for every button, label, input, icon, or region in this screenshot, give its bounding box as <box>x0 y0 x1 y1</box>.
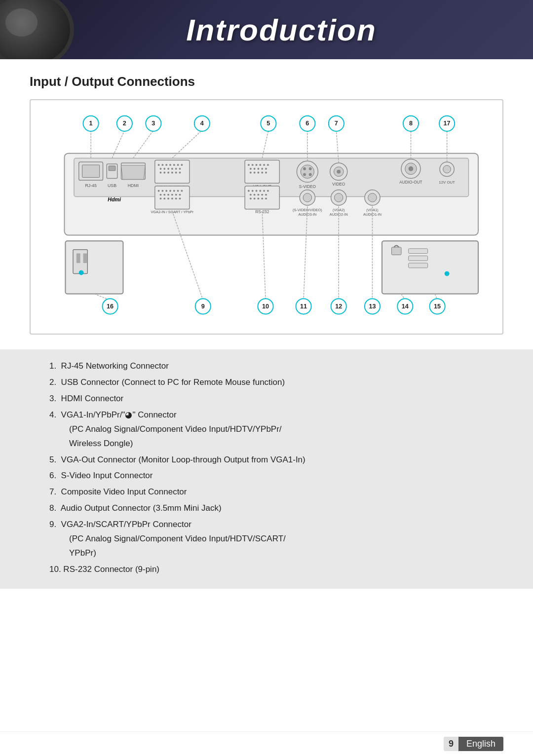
svg-rect-3 <box>82 165 100 177</box>
svg-text:14: 14 <box>402 303 409 310</box>
svg-point-106 <box>334 193 343 202</box>
page-footer: 9 English <box>0 731 533 756</box>
svg-text:S-VIDEO: S-VIDEO <box>299 185 316 189</box>
svg-point-62 <box>254 168 256 170</box>
svg-point-15 <box>165 164 167 166</box>
page-number: 9 <box>444 737 458 751</box>
svg-point-14 <box>161 164 163 166</box>
svg-point-34 <box>158 190 160 192</box>
svg-point-43 <box>167 194 169 196</box>
connector-2: 2. USB Connector (Connect to PC for Remo… <box>49 376 503 390</box>
svg-point-37 <box>169 190 171 192</box>
svg-point-52 <box>179 197 181 199</box>
svg-point-39 <box>177 190 179 192</box>
connector-7: 7. Composite Video Input Connector <box>49 485 503 499</box>
svg-point-58 <box>259 164 261 166</box>
svg-text:17: 17 <box>444 120 451 127</box>
svg-text:15: 15 <box>434 303 441 310</box>
svg-point-31 <box>179 172 181 174</box>
connectors-list: 1. RJ-45 Networking Connector 2. USB Con… <box>0 349 533 588</box>
connector-6: 6. S-Video Input Connector <box>49 469 503 483</box>
svg-text:11: 11 <box>300 303 307 310</box>
page-header: Introduction <box>0 0 533 59</box>
connector-1: 1. RJ-45 Networking Connector <box>49 359 503 374</box>
connector-8: 8. Audio Output Connector (3.5mm Mini Ja… <box>49 501 503 516</box>
svg-text:AUDIO-OUT: AUDIO-OUT <box>399 180 422 185</box>
svg-text:HDMI: HDMI <box>128 183 139 188</box>
svg-point-118 <box>443 165 451 173</box>
svg-point-82 <box>261 194 263 196</box>
svg-point-46 <box>179 194 181 196</box>
svg-rect-12 <box>155 160 190 183</box>
svg-point-29 <box>171 172 173 174</box>
svg-point-42 <box>163 194 165 196</box>
svg-point-70 <box>265 172 267 174</box>
svg-point-130 <box>445 271 450 276</box>
svg-point-44 <box>171 194 173 196</box>
svg-point-56 <box>252 164 254 166</box>
svg-point-98 <box>303 193 312 202</box>
diagram-container: RJ-45 USB HDMI Hdmi <box>30 99 503 335</box>
svg-point-47 <box>160 197 162 199</box>
svg-point-41 <box>160 194 162 196</box>
svg-point-40 <box>181 190 183 192</box>
svg-point-59 <box>263 164 265 166</box>
svg-point-27 <box>163 172 165 174</box>
svg-point-79 <box>250 194 252 196</box>
svg-point-30 <box>175 172 177 174</box>
svg-text:1: 1 <box>89 120 93 127</box>
svg-point-73 <box>248 190 250 192</box>
svg-point-49 <box>167 197 169 199</box>
page-title: Introduction <box>186 12 377 47</box>
svg-point-83 <box>265 194 267 196</box>
svg-point-103 <box>337 170 341 174</box>
svg-text:Hdmi: Hdmi <box>108 196 121 202</box>
svg-point-48 <box>163 197 165 199</box>
svg-point-35 <box>161 190 163 192</box>
svg-point-87 <box>261 197 263 199</box>
svg-point-23 <box>171 168 173 170</box>
page-number-block: 9 English <box>444 737 503 751</box>
svg-rect-127 <box>409 249 428 254</box>
svg-text:4: 4 <box>200 120 204 127</box>
svg-point-20 <box>160 168 162 170</box>
svg-point-124 <box>79 270 84 275</box>
connector-diagram: RJ-45 USB HDMI Hdmi <box>36 110 497 317</box>
svg-text:6: 6 <box>305 120 309 127</box>
svg-text:USB: USB <box>108 183 116 188</box>
svg-point-63 <box>257 168 259 170</box>
svg-point-51 <box>175 197 177 199</box>
svg-point-92 <box>303 167 306 170</box>
svg-point-36 <box>165 190 167 192</box>
svg-text:2: 2 <box>123 120 126 127</box>
svg-point-24 <box>175 168 177 170</box>
svg-point-74 <box>252 190 254 192</box>
lens-decoration <box>0 0 74 59</box>
svg-point-64 <box>261 168 263 170</box>
svg-point-50 <box>171 197 173 199</box>
svg-point-88 <box>265 197 267 199</box>
svg-point-38 <box>173 190 175 192</box>
svg-text:16: 16 <box>107 303 114 310</box>
connector-10: 10. RS-232 Connector (9-pin) <box>49 563 503 577</box>
language-label: English <box>458 737 503 751</box>
svg-point-57 <box>256 164 258 166</box>
svg-point-65 <box>265 168 267 170</box>
svg-text:12V OUT: 12V OUT <box>439 180 455 185</box>
svg-rect-129 <box>409 263 428 268</box>
svg-marker-9 <box>121 165 146 179</box>
svg-point-22 <box>167 168 169 170</box>
svg-point-75 <box>256 190 258 192</box>
svg-point-91 <box>301 165 314 178</box>
svg-point-94 <box>303 173 306 176</box>
svg-point-25 <box>179 168 181 170</box>
svg-text:VIDEO: VIDEO <box>332 182 345 187</box>
svg-point-81 <box>257 194 259 196</box>
svg-point-77 <box>263 190 265 192</box>
svg-rect-123 <box>83 254 87 264</box>
svg-text:5: 5 <box>266 120 270 127</box>
svg-point-86 <box>257 197 259 199</box>
connector-9: 9. VGA2-In/SCART/YPbPr Connector (PC Ana… <box>49 518 503 561</box>
svg-point-19 <box>181 164 183 166</box>
svg-point-78 <box>267 190 269 192</box>
